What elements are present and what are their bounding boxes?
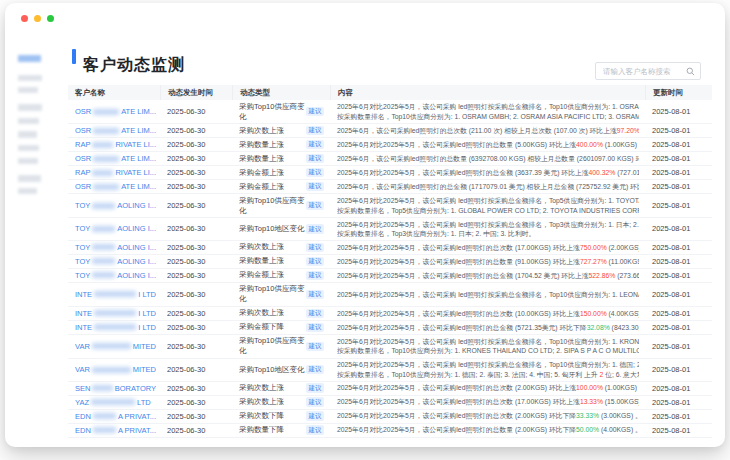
redacted-name-blur xyxy=(91,399,135,405)
customer-name-prefix: TOY xyxy=(75,271,90,280)
dynamic-type-cell: 采购Top10地区变化 建议 xyxy=(232,224,330,234)
dynamic-content: 2025年6月对比2025年5月，该公司采购led照明灯的总次数 (2.00KG… xyxy=(330,383,645,392)
suggestion-badge[interactable]: 建议 xyxy=(306,425,324,435)
suggestion-badge[interactable]: 建议 xyxy=(306,126,324,136)
dynamic-type-label: 采购金额上涨 xyxy=(239,182,284,192)
customer-name-link[interactable]: OSR ATE LIM... xyxy=(68,182,160,191)
customer-name-link[interactable]: OSR ATE LIM... xyxy=(68,107,160,116)
customer-name-link[interactable]: TOY AOLING I... xyxy=(68,201,160,210)
dynamic-type-cell: 采购次数上涨 建议 xyxy=(232,126,330,136)
suggestion-badge[interactable]: 建议 xyxy=(306,243,324,253)
sidebar-item-redacted[interactable] xyxy=(18,104,42,111)
update-date: 2025-08-01 xyxy=(645,398,712,407)
customer-name-link[interactable]: OSR ATE LIM... xyxy=(68,154,160,163)
customer-name-suffix: ATE LIM... xyxy=(121,126,156,135)
sidebar-item-redacted[interactable] xyxy=(18,145,39,151)
suggestion-badge[interactable]: 建议 xyxy=(306,168,324,178)
dynamic-type-cell: 采购Top10供应商变化 建议 xyxy=(232,336,330,356)
suggestion-badge[interactable]: 建议 xyxy=(306,140,324,150)
table-row: VAR MITED 2025-06-30 采购Top10地区变化 建议 2025… xyxy=(68,359,712,382)
customer-name-prefix: EDN xyxy=(75,412,91,421)
update-date: 2025-08-01 xyxy=(645,323,712,332)
customer-name-link[interactable]: TOY AOLING I... xyxy=(68,257,160,266)
dynamic-type-cell: 采购金额上涨 建议 xyxy=(232,168,330,178)
app-window: 客户动态监测 客户名称 动态发生时间 动态类型 内容 更新时间 OSR ATE … xyxy=(5,3,725,447)
sidebar-item-redacted-active[interactable] xyxy=(18,55,41,62)
table-row: TOY AOLING I... 2025-06-30 采购Top10地区变化 建… xyxy=(68,218,712,241)
redacted-name-blur xyxy=(92,258,115,264)
sidebar-item-redacted[interactable] xyxy=(18,118,39,124)
update-date: 2025-08-01 xyxy=(645,384,712,393)
update-date: 2025-08-01 xyxy=(645,342,712,351)
redacted-name-blur xyxy=(94,310,136,316)
suggestion-badge[interactable]: 建议 xyxy=(306,271,324,281)
dynamic-type-label: 采购Top10供应商变化 xyxy=(239,102,306,122)
suggestion-badge[interactable]: 建议 xyxy=(306,107,324,117)
sidebar-item-redacted[interactable] xyxy=(18,131,37,138)
customer-name-link[interactable]: OSR ATE LIM... xyxy=(68,126,160,135)
dynamic-type-cell: 采购金额上涨 建议 xyxy=(232,270,330,280)
customer-name-suffix: RIVATE LI... xyxy=(115,140,156,149)
redacted-name-blur xyxy=(92,203,115,209)
suggestion-badge[interactable]: 建议 xyxy=(306,201,324,211)
customer-name-link[interactable]: YAZ LTD xyxy=(68,398,160,407)
page-title: 客户动态监测 xyxy=(83,55,185,76)
dynamic-type-cell: 采购Top10供应商变化 建议 xyxy=(232,102,330,122)
table-row: OSR ATE LIM... 2025-06-30 采购金额上涨 建议 2025… xyxy=(68,180,712,194)
customer-name-link[interactable]: VAR MITED xyxy=(68,342,160,351)
customer-name-link[interactable]: INTE I LTD xyxy=(68,323,160,332)
suggestion-badge[interactable]: 建议 xyxy=(306,397,324,407)
suggestion-badge[interactable]: 建议 xyxy=(306,383,324,393)
suggestion-badge[interactable]: 建议 xyxy=(306,257,324,267)
search-icon[interactable] xyxy=(686,67,695,76)
customer-name-link[interactable]: INTE I LTD xyxy=(68,309,160,318)
event-date: 2025-06-30 xyxy=(160,426,232,435)
customer-name-suffix: AOLING I... xyxy=(117,224,156,233)
customer-name-link[interactable]: TOY AOLING I... xyxy=(68,243,160,252)
dynamic-type-label: 采购次数上涨 xyxy=(239,397,284,407)
customer-name-link[interactable]: INTE I LTD xyxy=(68,290,160,299)
suggestion-badge[interactable]: 建议 xyxy=(306,154,324,164)
suggestion-badge[interactable]: 建议 xyxy=(306,182,324,192)
customer-name-link[interactable]: RAP RIVATE LI... xyxy=(68,168,160,177)
suggestion-badge[interactable]: 建议 xyxy=(306,365,324,375)
search-input[interactable] xyxy=(596,67,686,76)
customer-name-prefix: YAZ xyxy=(75,398,89,407)
customer-name-link[interactable]: EDN A PRIVAT... xyxy=(68,412,160,421)
customer-name-link[interactable]: TOY AOLING I... xyxy=(68,224,160,233)
suggestion-badge[interactable]: 建议 xyxy=(306,411,324,421)
suggestion-badge[interactable]: 建议 xyxy=(306,224,324,234)
table-row: INTE I LTD 2025-06-30 采购次数上涨 建议 2025年6月对… xyxy=(68,307,712,321)
sidebar-item-redacted[interactable] xyxy=(18,188,37,194)
update-date: 2025-08-01 xyxy=(645,290,712,299)
customer-name-link[interactable]: SEN BORATORY xyxy=(68,384,160,393)
table-row: INTE I LTD 2025-06-30 采购Top10供应商变化 建议 20… xyxy=(68,283,712,307)
sidebar-item-redacted[interactable] xyxy=(18,175,41,182)
redacted-name-blur xyxy=(92,272,115,278)
sidebar-item-redacted[interactable] xyxy=(18,158,38,164)
dynamic-type-label: 采购次数上涨 xyxy=(239,126,284,136)
customer-name-link[interactable]: EDN A PRIVAT... xyxy=(68,426,160,435)
customer-name-link[interactable]: TOY AOLING I... xyxy=(68,271,160,280)
customer-name-suffix: A PRIVAT... xyxy=(118,412,156,421)
table-row: EDN A PRIVAT... 2025-06-30 采购次数下降 建议 202… xyxy=(68,410,712,424)
sidebar-item-redacted[interactable] xyxy=(18,75,42,81)
suggestion-badge[interactable]: 建议 xyxy=(306,309,324,319)
customer-name-link[interactable]: RAP RIVATE LI... xyxy=(68,140,160,149)
customer-name-link[interactable]: VAR MITED xyxy=(68,365,160,374)
dynamic-type-label: 采购数量上涨 xyxy=(239,140,284,150)
event-date: 2025-06-30 xyxy=(160,182,232,191)
suggestion-badge[interactable]: 建议 xyxy=(306,342,324,352)
update-date: 2025-08-01 xyxy=(645,182,712,191)
event-date: 2025-06-30 xyxy=(160,154,232,163)
event-date: 2025-06-30 xyxy=(160,243,232,252)
suggestion-badge[interactable]: 建议 xyxy=(306,290,324,300)
redacted-name-blur xyxy=(92,385,112,391)
dynamic-type-label: 采购数量下降 xyxy=(239,425,284,435)
dynamic-content: 2025年6月对比2025年5月，该公司采购led照明灯的总金额 (1704.5… xyxy=(330,271,645,280)
sidebar-item-redacted[interactable] xyxy=(18,87,38,93)
event-date: 2025-06-30 xyxy=(160,271,232,280)
suggestion-badge[interactable]: 建议 xyxy=(306,323,324,333)
dynamic-type-cell: 采购次数上涨 建议 xyxy=(232,383,330,393)
table-body: OSR ATE LIM... 2025-06-30 采购Top10供应商变化 建… xyxy=(68,100,712,438)
